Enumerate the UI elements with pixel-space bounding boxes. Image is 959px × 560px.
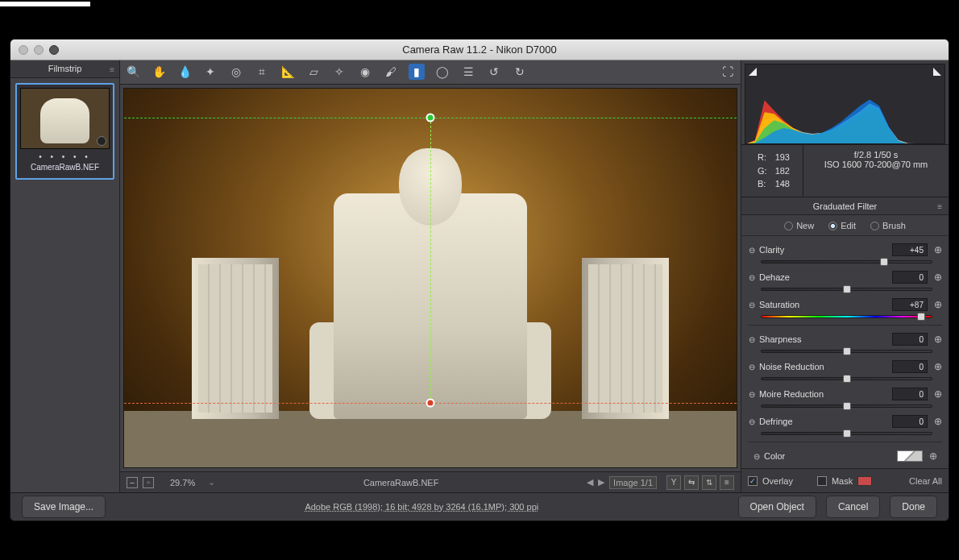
image-canvas[interactable] [123, 88, 737, 469]
clarity-expand-icon[interactable]: ⊕ [932, 244, 944, 255]
thumbnail-rating[interactable]: • • • • • [20, 149, 110, 163]
sharpness-expand-icon[interactable]: ⊕ [932, 334, 944, 345]
traffic-minimize[interactable] [34, 45, 44, 55]
workflow-options-link[interactable]: Adobe RGB (1998); 16 bit; 4928 by 3264 (… [106, 502, 738, 512]
zoom-fit-icon[interactable]: – [127, 477, 138, 488]
presets-icon[interactable]: ☰ [460, 64, 476, 80]
sharpness-slider[interactable] [761, 350, 932, 353]
adjustment-brush-tool-icon[interactable]: 🖌 [383, 64, 399, 80]
zoom-square-icon[interactable]: ▫ [143, 477, 154, 488]
settings-icon[interactable]: ≡ [720, 475, 734, 490]
rgb-r-value: 193 [772, 151, 793, 164]
compare-y-icon[interactable]: Y [666, 475, 681, 490]
crop-tool-icon[interactable]: ⌗ [254, 64, 270, 80]
panel-menu-icon[interactable]: ≡ [937, 202, 942, 211]
defringe-collapse-icon[interactable]: ⊖ [746, 416, 758, 427]
color-collapse-icon[interactable]: ⊖ [751, 450, 762, 462]
overlay-checkbox[interactable]: ✓ [748, 476, 758, 486]
noise-label: Noise Reduction [758, 362, 887, 371]
mask-checkbox[interactable]: ✓ [817, 476, 827, 486]
rgb-readout: R:193 G:182 B:148 [741, 145, 803, 197]
defringe-slider[interactable] [761, 432, 932, 435]
sharpness-collapse-icon[interactable]: ⊖ [746, 334, 758, 345]
prev-image-icon[interactable]: ◀ [587, 477, 593, 487]
overlay-row: ✓ Overlay ✓ Mask Clear All [741, 468, 949, 492]
saturation-collapse-icon[interactable]: ⊖ [746, 299, 758, 310]
noise-slider[interactable] [761, 377, 932, 380]
dehaze-value[interactable] [892, 271, 928, 284]
gradient-line-direction[interactable] [430, 118, 431, 402]
filmstrip-menu-icon[interactable]: ≡ [110, 65, 114, 74]
white-balance-tool-icon[interactable]: 💧 [176, 64, 193, 80]
thumbnail-card[interactable]: • • • • • CameraRawB.NEF [15, 83, 114, 180]
clarity-slider[interactable] [761, 260, 932, 263]
zoom-dropdown-icon[interactable]: ⌄ [208, 477, 215, 487]
mode-new[interactable]: New [784, 221, 814, 230]
traffic-zoom[interactable] [49, 45, 59, 55]
saturation-value[interactable] [892, 298, 928, 311]
window-controls[interactable] [19, 45, 59, 55]
dehaze-label: Dehaze [758, 272, 887, 282]
mode-edit[interactable]: Edit [828, 221, 856, 230]
saturation-slider[interactable] [761, 315, 932, 318]
next-image-icon[interactable]: ▶ [598, 477, 604, 487]
color-swatch[interactable] [897, 450, 923, 462]
targeted-adjustment-tool-icon[interactable]: ◎ [228, 64, 244, 80]
zoom-tool-icon[interactable]: 🔍 [125, 64, 141, 80]
thumbnail-filename: CameraRawB.NEF [20, 163, 110, 175]
statusbar-filename: CameraRawB.NEF [215, 478, 587, 487]
clarity-collapse-icon[interactable]: ⊖ [746, 244, 758, 255]
gradient-handle-start[interactable] [426, 113, 435, 122]
zoom-level[interactable]: 29.7% [170, 478, 195, 487]
radial-filter-tool-icon[interactable]: ◯ [434, 64, 450, 80]
noise-collapse-icon[interactable]: ⊖ [746, 361, 758, 372]
swap-icon[interactable]: ⇅ [702, 475, 716, 490]
traffic-close[interactable] [19, 45, 28, 55]
dehaze-slider[interactable] [761, 288, 932, 291]
moire-collapse-icon[interactable]: ⊖ [746, 388, 758, 400]
sharpness-value[interactable] [892, 333, 928, 346]
moire-label: Moire Reduction [758, 389, 887, 399]
defringe-expand-icon[interactable]: ⊕ [932, 416, 944, 427]
exif-iso-lens: ISO 1600 70-200@70 mm [807, 160, 945, 169]
clarity-value[interactable] [892, 243, 928, 256]
image-counter[interactable]: Image 1/1 [609, 476, 657, 489]
rotate-cw-icon[interactable]: ↻ [512, 64, 528, 80]
mask-color-swatch[interactable] [857, 476, 872, 486]
before-after-icon[interactable]: ⇆ [684, 475, 699, 490]
open-object-button[interactable]: Open Object [738, 496, 816, 518]
titlebar: Camera Raw 11.2 - Nikon D7000 [10, 39, 949, 60]
dehaze-expand-icon[interactable]: ⊕ [932, 272, 944, 283]
hand-tool-icon[interactable]: ✋ [151, 64, 167, 80]
save-image-button[interactable]: Save Image... [22, 496, 106, 518]
rotate-ccw-icon[interactable]: ↺ [486, 64, 502, 80]
color-expand-icon[interactable]: ⊕ [928, 450, 939, 462]
histogram[interactable] [745, 64, 945, 144]
noise-value[interactable] [892, 360, 928, 373]
saturation-expand-icon[interactable]: ⊕ [932, 299, 944, 310]
straighten-tool-icon[interactable]: 📐 [280, 64, 296, 80]
footer: Save Image... Adobe RGB (1998); 16 bit; … [10, 492, 949, 521]
mode-brush[interactable]: Brush [870, 221, 906, 230]
noise-expand-icon[interactable]: ⊕ [932, 361, 944, 372]
color-sampler-tool-icon[interactable]: ✦ [202, 64, 218, 80]
graduated-filter-tool-icon[interactable]: ▮ [409, 64, 425, 80]
color-label: Color [762, 451, 892, 461]
moire-value[interactable] [892, 388, 928, 400]
dehaze-collapse-icon[interactable]: ⊖ [746, 272, 758, 283]
window-title: Camera Raw 11.2 - Nikon D7000 [402, 44, 556, 56]
spot-removal-tool-icon[interactable]: ✧ [331, 64, 347, 80]
moire-slider[interactable] [761, 404, 932, 408]
fullscreen-toggle-icon[interactable]: ⛶ [720, 64, 736, 80]
done-button[interactable]: Done [890, 496, 937, 518]
cancel-button[interactable]: Cancel [826, 496, 880, 518]
toolbar: 🔍 ✋ 💧 ✦ ◎ ⌗ 📐 ▱ ✧ ◉ 🖌 ▮ ◯ ☰ ↺ ↻ ⛶ [120, 60, 741, 85]
transform-tool-icon[interactable]: ▱ [305, 64, 322, 80]
app-window: Camera Raw 11.2 - Nikon D7000 Filmstrip … [10, 39, 949, 521]
defringe-value[interactable] [892, 415, 928, 428]
clear-all-button[interactable]: Clear All [909, 476, 942, 486]
moire-expand-icon[interactable]: ⊕ [932, 388, 944, 400]
statusbar: – ▫ 29.7% ⌄ CameraRawB.NEF ◀ ▶ Image 1/1… [120, 471, 741, 492]
red-eye-tool-icon[interactable]: ◉ [357, 64, 373, 80]
gradient-handle-end[interactable] [426, 398, 435, 407]
